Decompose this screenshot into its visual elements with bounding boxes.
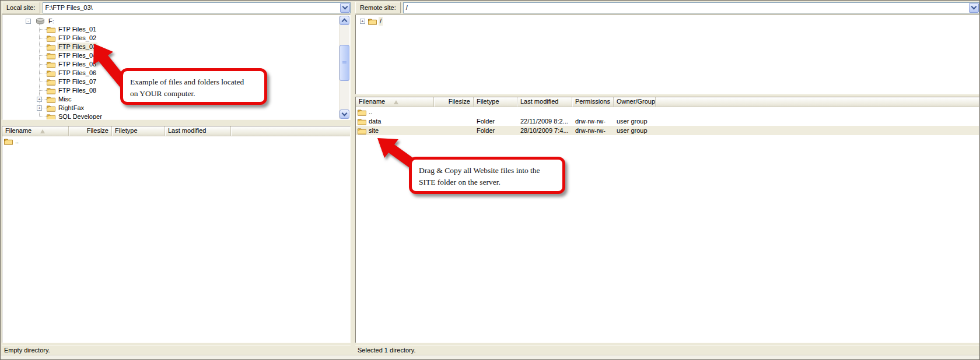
tree-guide-stub [39, 117, 47, 117]
column-header-filename[interactable]: Filename [356, 97, 434, 107]
folder-icon [47, 87, 55, 94]
callout-local-files: Example of files and folders located on … [120, 68, 267, 105]
column-header-filetype[interactable]: Filetype [112, 126, 165, 136]
folder-icon [47, 113, 55, 120]
cell-last_modified [517, 107, 572, 117]
tree-guide-stub [39, 82, 47, 82]
local-list-header: FilenameFilesizeFiletypeLast modified [2, 126, 350, 136]
tree-guide-stub [39, 47, 47, 47]
folder-icon [47, 69, 55, 77]
local-status-bar: Empty directory. [2, 345, 351, 355]
plus-box-icon[interactable]: + [37, 105, 42, 111]
folder-icon [47, 34, 55, 42]
tree-item-label: FTP Files_04 [57, 51, 97, 60]
column-header-filename[interactable]: Filename [2, 126, 69, 136]
remote-tree-panel: + / [355, 15, 979, 94]
tree-item-ftp-files-04[interactable]: FTP Files_04 [2, 51, 350, 60]
local-site-combo[interactable]: F:\FTP Files_03\ [43, 2, 351, 13]
remote-site-label: Remote site: [355, 2, 401, 13]
tree-guide-stub [39, 64, 47, 65]
cell-filesize [434, 117, 474, 126]
filename-cell: .. [2, 136, 69, 146]
tree-guide-stub [39, 38, 47, 38]
tree-guide-stub [39, 55, 47, 56]
cell-owner_group [614, 107, 656, 117]
column-header-last-modified[interactable]: Last modified [165, 126, 231, 136]
folder-icon [358, 118, 366, 125]
cell-filesize [69, 136, 112, 146]
plus-box-icon[interactable]: + [37, 97, 42, 102]
remote-site-bar: Remote site: / [355, 2, 979, 13]
column-header-filesize[interactable]: Filesize [69, 126, 112, 136]
chevron-down-icon[interactable] [969, 3, 979, 13]
folder-icon [47, 104, 55, 112]
cell-permissions [572, 107, 614, 117]
scrollbar-thumb[interactable] [340, 45, 349, 81]
local-path-value[interactable]: F:\FTP Files_03\ [43, 3, 340, 13]
tree-item-ftp-files-01[interactable]: FTP Files_01 [2, 25, 350, 34]
remote-list-body: ..dataFolder22/11/2009 8:2...drw-rw-rw-u… [356, 107, 979, 343]
folder-icon [47, 52, 55, 59]
column-header-owner-group[interactable]: Owner/Group [614, 97, 656, 107]
cell-last_modified [165, 136, 231, 146]
file-row-up[interactable]: .. [356, 107, 979, 117]
tree-item-label: RightFax [57, 104, 85, 112]
cell-filetype: Folder [474, 117, 517, 126]
local-site-bar: Local site: F:\FTP Files_03\ [2, 2, 351, 13]
column-header-last-modified[interactable]: Last modified [517, 97, 572, 107]
callout-site-folder: Drag & Copy all Website files into the S… [409, 157, 565, 194]
local-file-list: FilenameFilesizeFiletypeLast modified .. [2, 126, 351, 343]
remote-path-value[interactable]: / [404, 3, 969, 13]
cell-owner_group: user group [614, 117, 656, 126]
tree-item-label: FTP Files_08 [57, 86, 97, 95]
folder-icon [47, 26, 55, 33]
folder-icon [47, 78, 55, 86]
tree-item-sql-developer[interactable]: SQL Developer [2, 112, 350, 120]
chevron-down-icon[interactable] [340, 110, 349, 119]
local-list-body: .. [2, 136, 350, 343]
tree-item-label: FTP Files_03 [57, 43, 97, 51]
tree-item-rightfax[interactable]: +RightFax [2, 104, 350, 112]
tree-item-label: Misc [57, 95, 73, 104]
folder-icon [47, 43, 55, 51]
tree-item-label: SQL Developer [57, 112, 103, 120]
chevron-down-icon[interactable] [340, 3, 350, 13]
filename-cell: site [356, 126, 434, 135]
remote-list-header: FilenameFilesizeFiletypeLast modifiedPer… [356, 97, 979, 107]
column-header-permissions[interactable]: Permissions [572, 97, 614, 107]
cell-owner_group: user group [614, 126, 656, 135]
cell-filesize [434, 107, 474, 117]
tree-item-ftp-files-03[interactable]: FTP Files_03 [2, 43, 350, 51]
tree-item-label: FTP Files_01 [57, 25, 97, 34]
tree-guide-stub [39, 90, 47, 91]
remote-site-combo[interactable]: / [403, 2, 979, 13]
file-row-data[interactable]: dataFolder22/11/2009 8:2...drw-rw-rw-use… [356, 117, 979, 126]
folder-icon [47, 61, 55, 68]
file-row-up[interactable]: .. [2, 136, 350, 146]
ftp-client-window: Local site: F:\FTP Files_03\ - F: FTP Fi… [0, 0, 980, 360]
folder-icon [4, 137, 13, 144]
cell-permissions: drw-rw-rw- [572, 126, 614, 135]
cell-filetype [474, 107, 517, 117]
chevron-up-icon[interactable] [340, 16, 349, 25]
filename-cell: data [356, 117, 434, 126]
folder-icon [358, 108, 366, 115]
window-bottom-strip [1, 355, 979, 359]
filename-cell: .. [356, 107, 434, 117]
remote-status-bar: Selected 1 directory. [355, 345, 979, 355]
file-row-site[interactable]: siteFolder28/10/2009 7:4...drw-rw-rw-use… [356, 126, 979, 135]
column-header-filler [656, 97, 979, 107]
tree-item-ftp-files-02[interactable]: FTP Files_02 [2, 34, 350, 43]
column-header-filetype[interactable]: Filetype [474, 97, 517, 107]
cell-filesize [434, 126, 474, 135]
tree-item-label: FTP Files_07 [57, 77, 97, 86]
remote-file-list: FilenameFilesizeFiletypeLast modifiedPer… [355, 97, 979, 343]
tree-item-ftp-files-05[interactable]: FTP Files_05 [2, 60, 350, 69]
tree-item-label: FTP Files_02 [57, 34, 97, 43]
tree-item-label: FTP Files_05 [57, 60, 97, 69]
folder-icon [47, 96, 55, 103]
tree-scrollbar[interactable] [339, 16, 349, 119]
plus-box-icon[interactable]: + [360, 19, 365, 24]
column-header-filesize[interactable]: Filesize [434, 97, 474, 107]
tree-item-root[interactable]: + / [356, 17, 979, 26]
